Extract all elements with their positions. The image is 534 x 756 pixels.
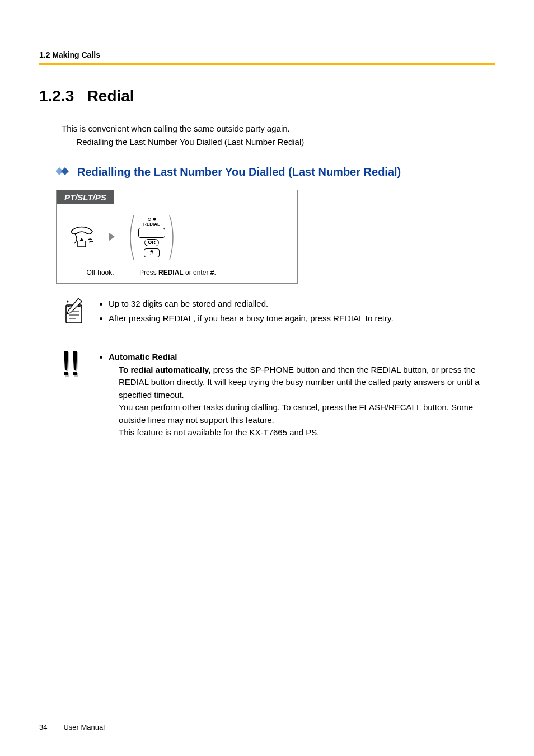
auto-redial-p3: This feature is not available for the KX…	[119, 426, 495, 439]
redial-led-icon	[148, 218, 156, 221]
section-title: 1.2.3 Redial	[39, 87, 495, 105]
section-name: Redial	[87, 87, 134, 105]
svg-rect-12	[73, 372, 77, 375]
page-footer: 34 User Manual	[39, 721, 105, 732]
auto-redial-title: Automatic Redial	[109, 352, 177, 361]
diamond-bullet-icon	[56, 167, 71, 178]
important-content: Automatic Redial To redial automatically…	[99, 351, 495, 439]
redial-button-label: REDIAL	[143, 222, 160, 227]
hash-key-icon: #	[144, 248, 160, 257]
footer-label: User Manual	[63, 723, 105, 731]
notes-list: Up to 32 digits can be stored and redial…	[99, 297, 394, 328]
footer-divider	[55, 721, 55, 732]
subheading-row: Redialling the Last Number You Dialled (…	[56, 166, 495, 179]
header-rule	[39, 63, 495, 65]
notepad-icon	[62, 297, 87, 328]
caption-redial: Press REDIAL or enter #.	[134, 269, 287, 276]
svg-point-2	[148, 218, 151, 221]
offhook-handset-icon	[67, 224, 98, 251]
running-header: 1.2 Making Calls	[39, 50, 495, 59]
caption-row: Off-hook. Press REDIAL or enter #.	[67, 269, 287, 276]
intro-line-2: Redialling the Last Number You Dialled (…	[76, 135, 304, 149]
procedure-diagram: PT/SLT/PS	[56, 190, 298, 284]
page-number: 34	[39, 723, 47, 731]
note-item-1: Up to 32 digits can be stored and redial…	[109, 297, 394, 311]
section-number: 1.2.3	[39, 87, 74, 105]
svg-point-8	[67, 301, 69, 303]
caption-end: .	[214, 269, 216, 276]
caption-bold: REDIAL	[158, 269, 184, 276]
svg-point-3	[153, 218, 156, 221]
arrow-right-icon	[108, 232, 116, 243]
note-item-2: After pressing REDIAL, if you hear a bus…	[109, 312, 394, 325]
diagram-tab: PT/SLT/PS	[57, 190, 114, 204]
caption-offhook: Off-hook.	[67, 269, 134, 276]
redial-button-icon	[138, 228, 165, 238]
left-paren-icon	[126, 214, 136, 261]
option-group: REDIAL OR #	[126, 214, 177, 261]
intro-block: This is convenient when calling the same…	[62, 122, 495, 149]
caption-pre: Press	[139, 269, 158, 276]
intro-line-1: This is convenient when calling the same…	[62, 122, 495, 135]
or-pill: OR	[144, 239, 159, 246]
caption-mid: or enter	[184, 269, 210, 276]
auto-redial-p1-bold: To redial automatically,	[119, 365, 211, 374]
intro-dash: –	[62, 135, 66, 149]
important-block: Automatic Redial To redial automatically…	[62, 351, 495, 439]
right-paren-icon	[167, 214, 177, 261]
auto-redial-p2: You can perform other tasks during diall…	[119, 401, 495, 426]
auto-redial-p1: To redial automatically, press the SP-PH…	[119, 364, 495, 402]
svg-rect-1	[61, 167, 69, 175]
svg-rect-11	[64, 372, 68, 375]
subheading-text: Redialling the Last Number You Dialled (…	[77, 166, 401, 179]
exclamation-icon	[62, 351, 87, 439]
notes-block: Up to 32 digits can be stored and redial…	[62, 297, 495, 328]
